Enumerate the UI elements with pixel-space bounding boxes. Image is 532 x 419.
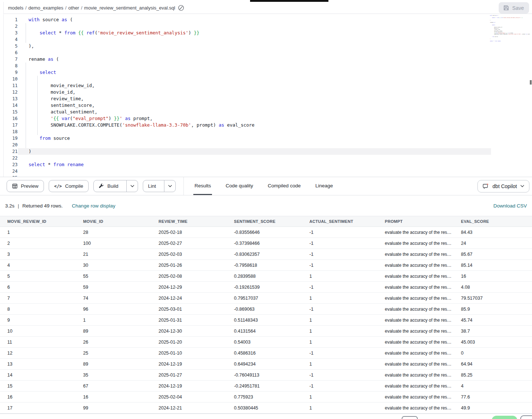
code-line[interactable]: 7rename as ( [4, 56, 532, 63]
cell-review-time: 2025-02-08 [151, 274, 227, 279]
code-line[interactable]: 21) [4, 148, 532, 155]
cell-review-time: 2024-12-24 [151, 296, 227, 301]
code-line[interactable]: 20 [4, 142, 532, 148]
current-line-highlight [18, 148, 491, 155]
code-line[interactable]: 5), [4, 43, 532, 49]
build-split-button: Build [93, 180, 138, 192]
save-button[interactable]: Save [499, 2, 529, 14]
code-line[interactable]: 3 select * from {{ ref('movie_review_sen… [4, 30, 532, 36]
cell-sentiment-score: 0.2839588 [227, 274, 302, 279]
compile-button[interactable]: </> Compile [49, 180, 89, 192]
build-label: Build [107, 183, 118, 189]
line-number: 24 [4, 168, 18, 175]
table-row: 10892024-12-300.41315641evaluate the acc… [0, 326, 532, 337]
cell-movie-id: 59 [76, 285, 151, 290]
breadcrumb-bar: models/demo_examples/other/movie_review_… [3, 2, 532, 14]
cell-review-time: 2025-02-03 [151, 252, 227, 257]
code-line[interactable]: 1with source as ( [4, 16, 532, 23]
code-line[interactable]: 19 from source [4, 135, 532, 142]
change-row-display-link[interactable]: Change row display [72, 203, 115, 209]
tab-lineage[interactable]: Lineage [314, 177, 334, 195]
cell-prompt: evaluate the accuracy of the res…> [377, 351, 454, 356]
cell-movie-id: 1 [76, 318, 151, 323]
code-line[interactable]: 8 [4, 63, 532, 69]
code-line[interactable]: 23select * from rename [4, 161, 532, 168]
prompt-text: evaluate the accuracy of the res… [385, 351, 451, 356]
code-line[interactable]: 11 movie_review_id, [4, 82, 532, 89]
code-token: SNOWFLAKE.CORTEX.COMPLETE( [29, 122, 122, 128]
breadcrumb-segment[interactable]: other [68, 5, 79, 11]
copilot-caret-icon [520, 185, 524, 187]
dbt-ide-page: { "breadcrumb": { "separator": "/", "seg… [0, 0, 532, 419]
table-row: 5552025-02-080.28395881evaluate the accu… [0, 271, 532, 282]
cell-prompt: evaluate the accuracy of the res…> [377, 373, 454, 378]
lint-menu-caret[interactable] [164, 180, 175, 192]
code-line[interactable]: 24 [4, 168, 532, 175]
footer-shortcut-button[interactable] [402, 416, 418, 419]
breadcrumb-segment[interactable]: movie_review_sentiment_analysis_eval.sql [84, 5, 175, 11]
line-number: 21 [4, 148, 18, 155]
code-line[interactable]: 13 review_time, [4, 96, 532, 102]
cell-prompt: evaluate the accuracy of the res…> [377, 241, 454, 246]
code-token: ' [119, 116, 122, 121]
code-editor[interactable]: 1with source as (23 select * from {{ ref… [3, 14, 532, 177]
table-row: 17992024-12-210.503804451evaluate the ac… [0, 403, 532, 414]
edit-file-icon[interactable] [178, 5, 184, 11]
code-token: }} [111, 116, 120, 121]
cell-eval-score: 0 [454, 351, 532, 356]
build-menu-caret[interactable] [126, 180, 138, 192]
cell-prompt: evaluate the accuracy of the res…> [377, 362, 454, 367]
query-duration: 3.2s [5, 203, 15, 209]
prompt-text: evaluate the accuracy of the res… [385, 318, 451, 323]
preview-button[interactable]: Preview [7, 180, 44, 192]
code-line[interactable]: 9 select [4, 69, 532, 76]
cell-movie-review-id: 15 [0, 384, 76, 389]
cell-movie-id: 21 [76, 252, 151, 257]
code-line[interactable]: 2 [4, 23, 532, 30]
cell-eval-score: 64.94 [454, 362, 532, 367]
cell-eval-score: 85.25 [454, 373, 532, 378]
line-number: 7 [4, 56, 18, 63]
cell-actual-sentiment: 1 [302, 394, 377, 400]
cell-eval-score: 4.08 [454, 285, 532, 290]
breadcrumb-segment[interactable]: models [8, 5, 23, 11]
code-line[interactable]: 16 '{{ var("eval_prompt") }}' as prompt, [4, 115, 532, 122]
code-line[interactable]: 17 SNOWFLAKE.CORTEX.COMPLETE('snowflake-… [4, 122, 532, 128]
code-line[interactable]: 22 [4, 155, 532, 161]
breadcrumb-segment[interactable]: demo_examples [29, 5, 63, 11]
tab-code-quality[interactable]: Code quality [224, 177, 254, 195]
code-line[interactable]: 6 [4, 49, 532, 56]
line-number: 23 [4, 161, 18, 168]
code-text: '{{ var("eval_prompt") }}' as prompt, [29, 115, 153, 122]
code-line[interactable]: 15 actual_sentiment, [4, 109, 532, 115]
wrench-icon [98, 183, 104, 189]
build-button[interactable]: Build [94, 180, 123, 192]
column-header-actual_sentiment: ACTUAL_SENTIMENT [302, 219, 377, 224]
tab-compiled-code[interactable]: Compiled code [267, 177, 302, 195]
code-line[interactable]: 18 [4, 128, 532, 135]
footer-status-pill[interactable] [492, 416, 517, 419]
cell-eval-score: 45.003 [454, 340, 532, 345]
cell-review-time: 2025-01-26 [151, 263, 227, 268]
prompt-text: evaluate the accuracy of the res… [385, 373, 451, 378]
table-row: 912025-01-310.511483431evaluate the accu… [0, 315, 532, 326]
dbt-copilot-button[interactable]: dbt Copilot [477, 180, 529, 192]
code-text: select * from rename [29, 161, 84, 168]
table-row: 21002025-02-27-0.37398466-1evaluate the … [0, 238, 532, 249]
lint-button[interactable]: Lint [143, 180, 161, 192]
prompt-text: evaluate the accuracy of the res… [385, 263, 451, 268]
tab-results[interactable]: Results [193, 177, 212, 195]
cell-review-time: 2025-01-20 [151, 340, 227, 345]
footer-outline-button[interactable] [520, 415, 532, 419]
editor-scrollbar-thumb[interactable] [530, 80, 532, 85]
code-line[interactable]: 12 movie_id, [4, 89, 532, 96]
preview-label: Preview [21, 183, 38, 189]
code-token: prompt, [131, 116, 153, 121]
download-csv-link[interactable]: Download CSV [493, 203, 527, 209]
code-line[interactable]: 14 sentiment_score, [4, 102, 532, 109]
cell-review-time: 2024-12-29 [151, 285, 227, 290]
code-line[interactable]: 4 [4, 36, 532, 43]
minimap[interactable]: with source as ( select * from {{ ref('m… [490, 15, 530, 48]
cell-actual-sentiment: 1 [302, 340, 377, 345]
code-line[interactable]: 10 [4, 76, 532, 82]
